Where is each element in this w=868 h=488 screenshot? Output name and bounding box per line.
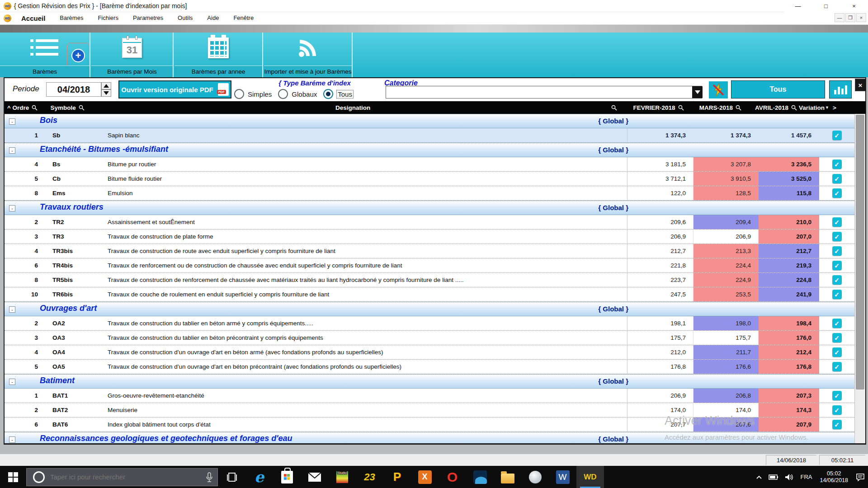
menu-item-barmes[interactable]: Barèmes xyxy=(52,14,90,22)
column-header-symbole[interactable]: Symbole xyxy=(44,101,98,114)
add-bareme-button[interactable]: + xyxy=(67,43,90,68)
taskbar-app-windev-active[interactable]: WD xyxy=(576,466,604,488)
variation-checkbox[interactable]: ✓ xyxy=(832,391,842,400)
task-view-button[interactable] xyxy=(218,466,245,488)
collapse-icon[interactable]: - xyxy=(9,379,15,385)
group-row[interactable]: -Batiment{ Global } xyxy=(5,374,854,389)
mdi-close-button[interactable]: × xyxy=(856,13,866,22)
variation-checkbox[interactable]: ✓ xyxy=(832,217,842,227)
taskbar-app-studio[interactable]: Studio xyxy=(328,466,356,488)
table-row[interactable]: 2TR2Assainissement et soutÊnement209,620… xyxy=(5,215,854,230)
radio-simples[interactable] xyxy=(234,89,244,99)
open-pdf-button[interactable]: Ouvrir version originale PDF xyxy=(118,80,231,99)
taskbar-app-brackets[interactable]: 23 xyxy=(356,466,383,488)
table-row[interactable]: 3OA3Travaux de construction du tablier e… xyxy=(5,331,854,345)
group-row[interactable]: -Travaux routiers{ Global } xyxy=(5,201,854,215)
column-header-fevrier[interactable]: FEVRIER-2018 xyxy=(633,101,684,114)
variation-checkbox[interactable]: ✓ xyxy=(832,275,842,285)
group-row[interactable]: -Etanchéité - Bitumes -émulsifiant{ Glob… xyxy=(5,143,854,157)
toolbar-button-baremes-par-mois[interactable]: 31 Barèmes par Mois xyxy=(91,33,174,77)
column-header-ordre[interactable]: Ordre xyxy=(13,101,44,114)
maximize-button[interactable]: □ xyxy=(812,0,840,12)
variation-checkbox[interactable]: ✓ xyxy=(832,347,842,357)
volume-indicator[interactable] xyxy=(782,466,797,488)
menu-item-fentre[interactable]: Fenêtre xyxy=(226,14,261,22)
taskbar-app-file-explorer[interactable] xyxy=(494,466,521,488)
notification-center-button[interactable] xyxy=(853,466,868,488)
collapse-icon[interactable]: - xyxy=(9,205,15,211)
variation-checkbox[interactable]: ✓ xyxy=(832,160,842,169)
periode-spin-up-button[interactable] xyxy=(101,82,111,89)
table-row[interactable]: 3TR3Travaux de construction de plate for… xyxy=(5,230,854,244)
categorie-dropdown-button[interactable] xyxy=(692,86,703,98)
toolbar-button-importer[interactable]: Importer et mise à jour Barèmes xyxy=(264,33,353,77)
scrollbar-thumb[interactable] xyxy=(856,115,864,389)
search-icon[interactable] xyxy=(32,105,38,111)
tous-filter-button[interactable]: Tous xyxy=(731,80,825,99)
menu-item-parametres[interactable]: Parametres xyxy=(126,14,170,22)
search-icon[interactable] xyxy=(611,105,617,111)
search-icon[interactable] xyxy=(79,105,85,111)
vertical-scrollbar[interactable] xyxy=(854,114,865,445)
designation-search[interactable] xyxy=(609,101,617,114)
variation-checkbox[interactable]: ✓ xyxy=(832,362,842,371)
filter-icon[interactable]: ▼ xyxy=(825,105,829,110)
table-row[interactable]: 1SbSapin blanc1 374,31 374,31 457,6✓ xyxy=(5,128,854,143)
search-icon[interactable] xyxy=(736,105,741,111)
table-row[interactable]: 4BsBitume pur routier3 181,53 207,83 236… xyxy=(5,157,854,172)
collapse-icon[interactable]: - xyxy=(9,147,15,154)
hidden-icons-button[interactable] xyxy=(753,466,765,488)
taskbar-app-pdfcreator[interactable]: P xyxy=(383,466,411,488)
chart-button[interactable] xyxy=(829,80,852,99)
menu-item-accueil[interactable]: Accueil xyxy=(14,14,52,22)
variation-checkbox[interactable]: ✓ xyxy=(832,174,842,183)
variation-checkbox[interactable]: ✓ xyxy=(832,131,842,140)
variation-checkbox[interactable]: ✓ xyxy=(832,232,842,241)
variation-checkbox[interactable]: ✓ xyxy=(832,188,842,198)
taskbar-app-whale[interactable] xyxy=(466,466,494,488)
mdi-minimize-button[interactable]: — xyxy=(835,13,844,22)
column-header-designation[interactable]: Designation xyxy=(98,101,609,114)
taskbar-app-store[interactable] xyxy=(273,466,301,488)
periode-input[interactable]: 04/2018 xyxy=(46,82,101,97)
search-icon[interactable] xyxy=(678,105,684,111)
table-row[interactable]: 6BAT6Index global bâtiment tout corps d'… xyxy=(5,418,854,432)
column-header-variation[interactable]: Variation ▼ xyxy=(799,101,829,114)
taskbar-app-orange[interactable]: X xyxy=(411,466,439,488)
variation-checkbox[interactable]: ✓ xyxy=(832,290,842,299)
table-row[interactable]: 8TR5bisTravaux de construction de renfor… xyxy=(5,273,854,287)
toolbar-button-baremes-par-annee[interactable]: Barèmes par annee xyxy=(175,33,263,77)
disconnect-filter-button[interactable] xyxy=(709,81,728,99)
clock[interactable]: 05:02 14/06/2018 xyxy=(815,466,853,488)
minimize-button[interactable]: — xyxy=(784,0,812,12)
panel-close-button[interactable]: × xyxy=(855,79,866,91)
table-row[interactable]: 2BAT2Menuiserie174,0174,0174,3✓ xyxy=(5,403,854,418)
radio-globaux[interactable] xyxy=(278,89,288,99)
table-row[interactable]: 5OA5Travaux de construction d'un ouvrage… xyxy=(5,360,854,374)
radio-tous[interactable] xyxy=(323,89,333,99)
table-row[interactable]: 5CbBitume fluide routier3 712,13 910,53 … xyxy=(5,172,854,186)
variation-checkbox[interactable]: ✓ xyxy=(832,319,842,328)
sort-caret-icon[interactable]: ^ xyxy=(7,104,11,111)
periode-spin-down-button[interactable] xyxy=(101,89,111,97)
variation-checkbox[interactable]: ✓ xyxy=(832,405,842,415)
search-icon[interactable] xyxy=(791,105,797,111)
variation-checkbox[interactable]: ✓ xyxy=(832,246,842,256)
mdi-restore-button[interactable]: ❐ xyxy=(845,13,855,22)
variation-checkbox[interactable]: ✓ xyxy=(832,333,842,343)
taskbar-app-mail[interactable] xyxy=(301,466,328,488)
table-row[interactable]: 2OA2Travaux de construction du tablier e… xyxy=(5,316,854,331)
taskbar-app-gray[interactable] xyxy=(521,466,549,488)
table-row[interactable]: 8EmsEmulsion122,0128,5115,8✓ xyxy=(5,186,854,201)
group-row[interactable]: -Reconnaissances geologiques et geotechn… xyxy=(5,432,854,445)
scroll-right-button[interactable]: > xyxy=(833,101,836,114)
collapse-icon[interactable]: - xyxy=(9,436,15,443)
table-row[interactable]: 6TR4bisTravaux de renforcement ou de con… xyxy=(5,258,854,273)
table-row[interactable]: 4OA4Travaux de construction d'un ouvrage… xyxy=(5,345,854,360)
collapse-icon[interactable]: - xyxy=(9,118,15,125)
table-row[interactable]: 1BAT1Gros-oeuvre-revêtement-etanchéité20… xyxy=(5,389,854,403)
start-button[interactable] xyxy=(0,466,26,488)
taskbar-app-edge[interactable]: e xyxy=(245,466,273,488)
microphone-icon[interactable] xyxy=(206,472,213,485)
column-header-mars[interactable]: MARS-2018 xyxy=(699,101,741,114)
